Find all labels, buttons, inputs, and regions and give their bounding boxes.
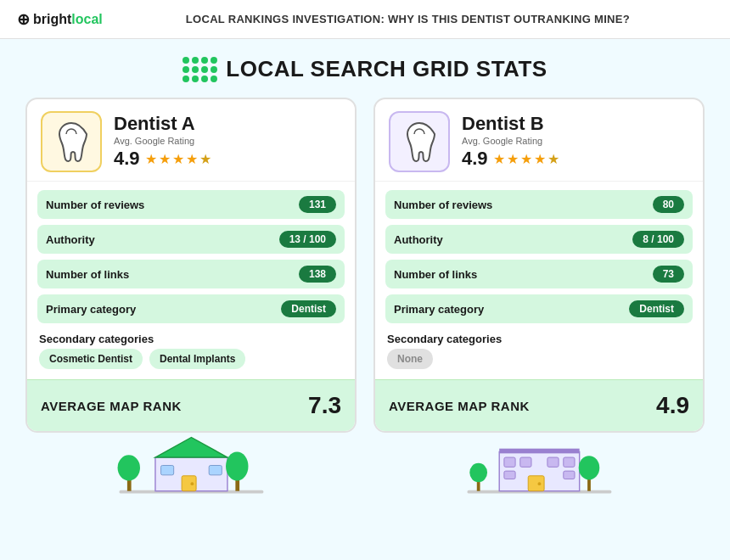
stat-label-reviews-a: Number of reviews (46, 199, 144, 211)
stat-label-links-a: Number of links (46, 268, 129, 281)
dentist-a-footer: AVERAGE MAP RANK 7.3 (27, 379, 355, 431)
svg-rect-5 (182, 476, 196, 491)
dentist-a-name: Dentist A (114, 114, 211, 134)
svg-point-13 (469, 463, 487, 483)
stat-label-category-b: Primary category (394, 303, 484, 316)
svg-rect-7 (160, 466, 173, 475)
header: ⊕ brightlocal LOCAL RANKINGS INVESTIGATI… (0, 0, 730, 39)
star-2: ★ (159, 151, 171, 167)
stat-label-category-a: Primary category (46, 303, 136, 316)
header-title: LOCAL RANKINGS INVESTIGATION: WHY IS THI… (103, 13, 713, 25)
star-4: ★ (186, 151, 198, 167)
tooth-svg-b (401, 120, 438, 163)
dentist-b-footer: AVERAGE MAP RANK 4.9 (375, 379, 703, 431)
svg-rect-15 (499, 449, 579, 454)
stat-label-authority-b: Authority (394, 233, 443, 246)
dentist-b-stat-authority: Authority 8 / 100 (385, 225, 693, 254)
stat-badge-category-a: Dentist (281, 300, 336, 317)
dentist-a-stats: Number of reviews 131 Authority 13 / 100… (27, 182, 355, 379)
page-title-section: LOCAL SEARCH GRID STATS (25, 56, 705, 82)
dentist-a-rating-row: 4.9 ★ ★ ★ ★ ★ (114, 148, 211, 170)
svg-point-17 (537, 482, 541, 485)
star-5-half: ★ (199, 151, 211, 167)
dentist-b-rating-row: 4.9 ★ ★ ★ ★ ★ (462, 148, 559, 170)
dentist-a-stars: ★ ★ ★ ★ ★ (145, 151, 211, 167)
star-b-5-half: ★ (548, 151, 559, 167)
dentist-a-secondary-title: Secondary categories (37, 329, 345, 347)
dentist-b-icon (389, 111, 450, 172)
stat-badge-links-b: 73 (653, 266, 684, 283)
dentist-b-header: Dentist B Avg. Google Rating 4.9 ★ ★ ★ ★… (375, 99, 703, 182)
dentist-b-rank-value: 4.9 (656, 392, 689, 419)
tag-implants: Dental Implants (149, 349, 245, 369)
svg-point-25 (578, 456, 599, 479)
svg-point-2 (117, 455, 139, 480)
dentist-b-rating: 4.9 (462, 148, 488, 170)
dentist-a-stat-category: Primary category Dentist (37, 294, 345, 323)
dentist-a-stat-authority: Authority 13 / 100 (37, 225, 345, 254)
dentist-a-icon (41, 111, 102, 172)
svg-point-6 (190, 482, 194, 485)
dentist-b-secondary-section: Secondary categories None (385, 329, 693, 371)
dentist-a-rating: 4.9 (114, 148, 140, 170)
dentist-a-tags: Cosmetic Dentist Dental Implants (37, 347, 345, 371)
svg-rect-18 (503, 457, 514, 467)
stat-badge-reviews-a: 131 (299, 196, 336, 213)
dentist-a-header: Dentist A Avg. Google Rating 4.9 ★ ★ ★ ★… (27, 99, 355, 182)
building-b-svg (459, 429, 620, 501)
stat-label-authority-a: Authority (46, 233, 95, 246)
dentist-b-secondary-title: Secondary categories (385, 329, 693, 347)
building-b-wrap (373, 429, 705, 506)
star-1: ★ (145, 151, 157, 167)
stat-label-links-b: Number of links (394, 268, 477, 281)
svg-rect-8 (209, 466, 222, 475)
stat-label-reviews-b: Number of reviews (394, 199, 492, 211)
svg-rect-22 (503, 471, 514, 479)
dentist-b-stat-category: Primary category Dentist (385, 294, 693, 323)
stat-badge-reviews-b: 80 (653, 196, 684, 213)
dentist-a-rank-label: AVERAGE MAP RANK (41, 399, 182, 413)
star-b-3: ★ (520, 151, 532, 167)
star-b-4: ★ (534, 151, 546, 167)
cards-container: Dentist A Avg. Google Rating 4.9 ★ ★ ★ ★… (25, 98, 705, 433)
svg-rect-16 (528, 476, 544, 491)
tag-cosmetic: Cosmetic Dentist (39, 349, 143, 369)
tag-none: None (387, 349, 433, 369)
stat-badge-links-a: 138 (299, 266, 336, 283)
dentist-a-rating-label: Avg. Google Rating (114, 136, 211, 146)
dentist-b-tags: None (385, 347, 693, 371)
logo: ⊕ brightlocal (17, 10, 103, 29)
svg-rect-19 (519, 457, 531, 467)
star-b-1: ★ (493, 151, 505, 167)
svg-rect-23 (563, 471, 574, 479)
logo-bright: bright (33, 12, 71, 26)
dentist-b-stat-links: Number of links 73 (385, 260, 693, 288)
dentist-a-card: Dentist A Avg. Google Rating 4.9 ★ ★ ★ ★… (25, 98, 357, 433)
building-a-wrap (25, 429, 357, 506)
grid-dots-icon (182, 57, 217, 82)
dentist-b-name: Dentist B (462, 114, 559, 134)
logo-icon: ⊕ (17, 10, 30, 29)
dentist-b-rating-label: Avg. Google Rating (462, 136, 559, 146)
dentist-a-stat-reviews: Number of reviews 131 (37, 190, 345, 219)
dentist-a-info: Dentist A Avg. Google Rating 4.9 ★ ★ ★ ★… (114, 114, 211, 170)
main-content: LOCAL SEARCH GRID STATS Dentist A Avg. G… (0, 39, 730, 433)
dentist-b-card: Dentist B Avg. Google Rating 4.9 ★ ★ ★ ★… (373, 98, 705, 433)
dentist-a-secondary-section: Secondary categories Cosmetic Dentist De… (37, 329, 345, 371)
dentist-a-stat-links: Number of links 138 (37, 260, 345, 288)
page-title: LOCAL SEARCH GRID STATS (226, 56, 547, 82)
illustrations-row (0, 429, 730, 506)
svg-rect-21 (563, 457, 574, 467)
dentist-a-rank-value: 7.3 (308, 392, 341, 419)
svg-marker-4 (155, 437, 227, 457)
dentist-b-stat-reviews: Number of reviews 80 (385, 190, 693, 219)
dentist-b-rank-label: AVERAGE MAP RANK (389, 399, 530, 413)
stat-badge-category-b: Dentist (629, 300, 684, 317)
svg-rect-20 (547, 457, 558, 467)
dentist-b-stars: ★ ★ ★ ★ ★ (493, 151, 559, 167)
building-a-svg (111, 429, 272, 501)
star-b-2: ★ (507, 151, 519, 167)
tooth-svg-a (53, 120, 90, 163)
svg-point-10 (226, 451, 248, 480)
logo-text: brightlocal (33, 12, 103, 27)
